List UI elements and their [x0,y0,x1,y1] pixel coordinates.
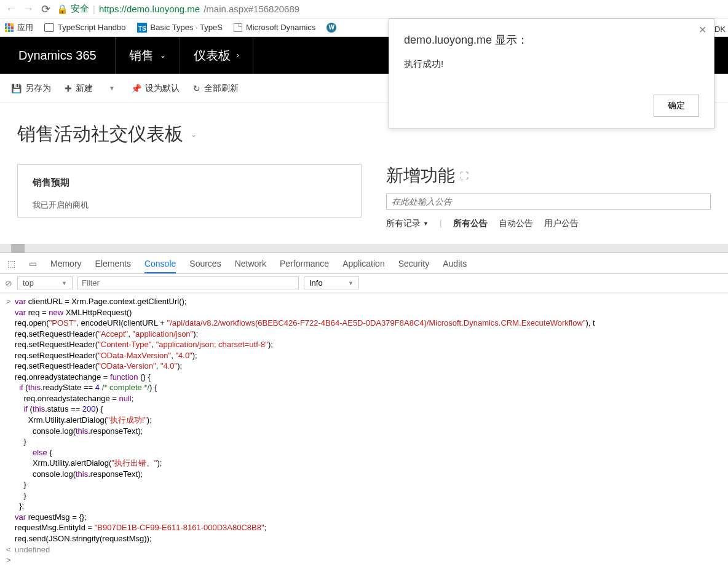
chevron-down-icon: ⌄ [191,130,197,139]
post-tabs: 所有记录▼ | 所有公告 自动公告 用户公告 [386,218,711,229]
dashboard-body: 销售预期 我已开启的商机 新增功能 ⛶ 所有记录▼ | 所有公告 自动公告 用户… [0,164,728,244]
apps-icon [5,23,14,32]
cmd-new[interactable]: ✚新建 [65,83,93,94]
devtools-panel: ⬚ ▭ Memory Elements Console Sources Netw… [0,253,728,570]
nav-sales[interactable]: 销售⌄ [116,37,180,74]
cmd-set-default[interactable]: 📌设为默认 [131,83,180,94]
d365-logo[interactable]: Dynamics 365 [0,37,116,74]
tab-sources[interactable]: Sources [189,259,221,268]
sales-forecast-card: 销售预期 我已开启的商机 [17,164,362,217]
tab-network[interactable]: Network [235,259,266,268]
alert-title: demo.luoyong.me 显示： [404,33,699,47]
card-text: 我已开启的商机 [33,200,346,211]
bookmark-item[interactable]: W [326,23,336,33]
horizontal-scrollbar[interactable] [0,244,728,253]
ts-icon: TS [137,23,147,33]
reload-icon[interactable]: ⟳ [39,2,52,16]
secure-label: 安全 [71,3,89,15]
d365-nav: 销售⌄ 仪表板› [116,37,253,74]
caret-down-icon: ▼ [423,221,429,227]
url-host: https://demo.luoyong.me [99,4,200,14]
back-icon[interactable]: ← [5,2,17,15]
tab-user-posts[interactable]: 用户公告 [544,218,579,229]
tab-memory[interactable]: Memory [50,259,82,268]
announcement-input[interactable] [386,194,711,210]
secure-badge: 🔒 安全 [57,3,89,15]
bookmark-item[interactable]: TypeScript Handbo [44,23,126,32]
context-selector[interactable]: top▼ [17,276,73,289]
inspect-icon[interactable]: ⬚ [7,259,15,268]
chevron-right-icon: › [237,51,239,60]
bookmark-item[interactable]: Microsoft Dynamics [234,23,315,32]
apps-label: 应用 [17,22,33,33]
bookmark-item[interactable]: TSBasic Types · TypeS [137,23,223,33]
console-toolbar: ⊘ top▼ Info▼ [0,274,728,292]
url-path: /main.aspx#156820689 [204,4,299,14]
tab-console[interactable]: Console [144,259,176,273]
lock-icon: 🔒 [57,4,68,15]
ok-button[interactable]: 确定 [654,95,699,117]
close-icon[interactable]: ✕ [698,24,706,36]
tab-audits[interactable]: Audits [443,259,467,268]
forward-icon[interactable]: → [22,2,34,15]
clear-console-icon[interactable]: ⊘ [5,278,12,288]
pin-icon: 📌 [131,84,141,93]
caret-down-icon: ▼ [61,280,67,286]
cmd-save-as[interactable]: 💾另存为 [11,83,51,94]
refresh-icon: ↻ [193,84,200,93]
alert-message: 执行成功! [404,58,699,70]
tab-security[interactable]: Security [398,259,430,268]
save-icon: 💾 [11,84,22,93]
doc-icon [234,23,242,32]
level-selector[interactable]: Info▼ [304,276,359,289]
book-icon [44,23,54,32]
tab-elements[interactable]: Elements [95,259,131,268]
console-output[interactable]: >var clientURL = Xrm.Page.context.getCli… [0,292,728,570]
tab-performance[interactable]: Performance [280,259,329,268]
caret-down-icon: ▼ [348,280,354,286]
filter-input[interactable] [77,276,299,289]
cmd-dropdown[interactable]: ▼ [106,85,117,92]
device-icon[interactable]: ▭ [29,259,37,268]
devtools-tabs: ⬚ ▭ Memory Elements Console Sources Netw… [0,253,728,274]
apps-button[interactable]: 应用 [5,22,33,33]
card-title: 销售预期 [33,177,346,189]
tab-application[interactable]: Application [342,259,385,268]
browser-nav-bar: ← → ⟳ 🔒 安全 | https://demo.luoyong.me/mai… [0,0,728,18]
nav-dashboard[interactable]: 仪表板› [180,37,253,74]
tab-all-posts[interactable]: 所有公告 [453,218,488,229]
cmd-refresh-all[interactable]: ↻全部刷新 [193,83,239,94]
tab-all-records[interactable]: 所有记录▼ [386,218,429,229]
new-icon: ✚ [65,84,72,93]
wordpress-icon: W [326,23,336,33]
whats-new-title: 新增功能 ⛶ [386,164,711,187]
alert-dialog: ✕ demo.luoyong.me 显示： 执行成功! 确定 [389,18,714,128]
addr-separator: | [93,4,95,14]
address-bar[interactable]: 🔒 安全 | https://demo.luoyong.me/main.aspx… [57,3,299,15]
tab-auto-posts[interactable]: 自动公告 [499,218,533,229]
expand-icon[interactable]: ⛶ [460,171,469,181]
chevron-down-icon: ⌄ [160,51,166,60]
